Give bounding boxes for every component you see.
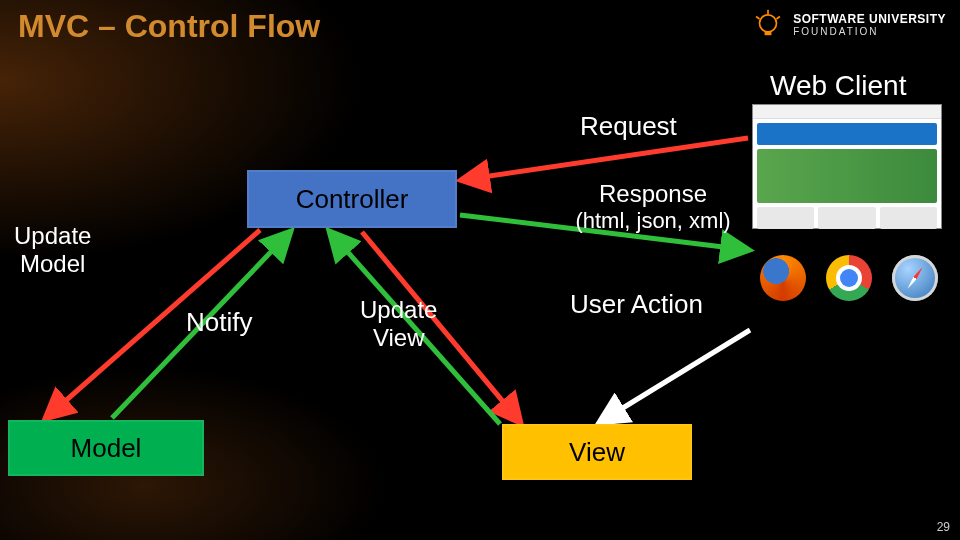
arrow-user-action bbox=[600, 330, 750, 422]
browser-icons bbox=[760, 255, 938, 301]
logo-text: SOFTWARE UNIVERSITY FOUNDATION bbox=[793, 13, 946, 37]
view-box: View bbox=[502, 424, 692, 480]
update-view-label: Update View bbox=[360, 296, 437, 351]
svg-point-0 bbox=[760, 15, 777, 32]
controller-box: Controller bbox=[247, 170, 457, 228]
page-number: 29 bbox=[937, 520, 950, 534]
web-client-label: Web Client bbox=[770, 70, 906, 102]
slide-title: MVC – Control Flow bbox=[18, 8, 320, 45]
arrow-request bbox=[462, 138, 748, 180]
logo: SOFTWARE UNIVERSITY FOUNDATION bbox=[751, 8, 946, 42]
notify-label: Notify bbox=[186, 308, 252, 338]
update-model-label: Update Model bbox=[14, 222, 91, 277]
logo-line2: FOUNDATION bbox=[793, 26, 946, 37]
update-view-line2: View bbox=[360, 324, 437, 352]
user-action-label: User Action bbox=[570, 290, 703, 320]
response-label: Response (html, json, xml) bbox=[558, 180, 748, 233]
response-line1: Response bbox=[558, 180, 748, 208]
request-label: Request bbox=[580, 112, 677, 142]
logo-line1: SOFTWARE UNIVERSITY bbox=[793, 13, 946, 26]
response-line2: (html, json, xml) bbox=[558, 208, 748, 233]
chrome-icon bbox=[826, 255, 872, 301]
update-view-line1: Update bbox=[360, 296, 437, 324]
firefox-icon bbox=[760, 255, 806, 301]
safari-icon bbox=[892, 255, 938, 301]
browser-screenshot-icon bbox=[752, 104, 942, 229]
model-box: Model bbox=[8, 420, 204, 476]
update-model-line1: Update bbox=[14, 222, 91, 250]
lightbulb-icon bbox=[751, 8, 785, 42]
update-model-line2: Model bbox=[14, 250, 91, 278]
